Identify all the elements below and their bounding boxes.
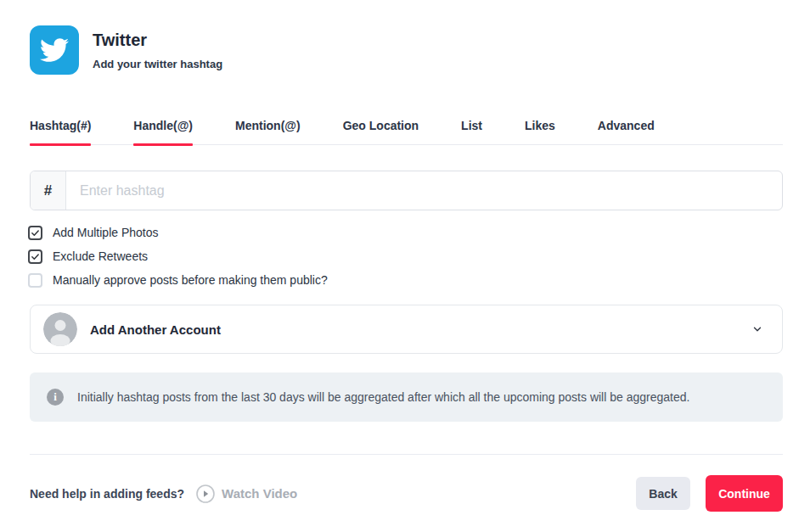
option-label: Add Multiple Photos [53,226,159,239]
options-list: Add Multiple Photos Exclude Retweets Man… [30,221,783,292]
back-button[interactable]: Back [636,477,690,510]
twitter-logo [30,25,79,75]
checkbox-add-multiple-photos[interactable] [28,226,42,240]
twitter-bird-icon [40,36,69,64]
option-label: Manually approve posts before making the… [53,273,328,287]
watch-video-label: Watch Video [222,486,297,501]
info-banner: i Initially hashtag posts from the last … [30,372,783,422]
add-another-account-dropdown[interactable]: Add Another Account [30,305,783,354]
option-exclude-retweets[interactable]: Exclude Retweets [30,244,783,268]
tab-hashtag[interactable]: Hashtag(#) [30,119,91,144]
checkbox-manual-approve[interactable] [28,273,42,288]
add-another-account-label: Add Another Account [90,322,751,337]
option-label: Exclude Retweets [53,249,148,263]
play-icon [196,484,215,503]
tab-likes[interactable]: Likes [525,119,555,144]
option-add-multiple-photos[interactable]: Add Multiple Photos [30,221,783,244]
tab-advanced[interactable]: Advanced [598,119,655,144]
checkmark-icon [31,228,40,238]
page-subtitle: Add your twitter hashtag [93,58,222,70]
footer-divider [30,454,783,455]
hashtag-input[interactable] [66,171,782,210]
header: Twitter Add your twitter hashtag [30,25,783,75]
checkbox-exclude-retweets[interactable] [28,249,42,264]
user-avatar-icon [43,312,77,346]
header-text: Twitter Add your twitter hashtag [93,30,222,70]
page-title: Twitter [93,30,222,50]
twitter-feed-setup-page: Twitter Add your twitter hashtag Hashtag… [0,0,810,512]
help-text: Need help in adding feeds? [30,487,184,501]
continue-button[interactable]: Continue [706,475,783,512]
tab-geo-location[interactable]: Geo Location [343,119,419,144]
info-banner-text: Initially hashtag posts from the last 30… [77,390,689,404]
checkmark-icon [31,252,40,261]
option-manual-approve[interactable]: Manually approve posts before making the… [30,268,783,292]
tab-bar: Hashtag(#) Handle(@) Mention(@) Geo Loca… [30,119,783,145]
info-icon: i [47,389,64,406]
footer: Need help in adding feeds? Watch Video B… [30,475,783,512]
hashtag-input-group: # [30,171,783,210]
chevron-down-icon [751,323,763,335]
tab-handle[interactable]: Handle(@) [133,119,193,144]
watch-video-link[interactable]: Watch Video [196,484,297,503]
hashtag-prefix-icon: # [31,171,66,210]
tab-mention[interactable]: Mention(@) [235,119,301,144]
tab-list[interactable]: List [461,119,482,144]
